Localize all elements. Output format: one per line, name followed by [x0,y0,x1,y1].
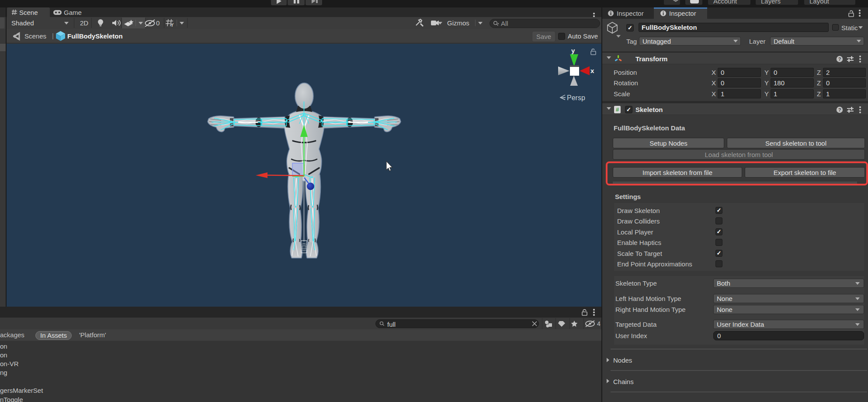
svg-text:?: ? [838,56,841,62]
svg-text:4: 4 [597,320,601,327]
svg-text:Persp: Persp [567,94,585,101]
svg-text:y: y [571,47,575,54]
svg-text:#: # [616,106,619,113]
svg-text:x: x [590,67,594,74]
svg-text:?: ? [838,107,841,112]
svg-text:Y: Y [170,22,174,28]
